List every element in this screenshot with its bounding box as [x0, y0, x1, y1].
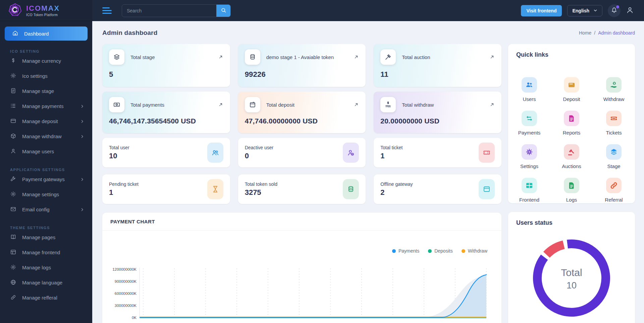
stat-value: 47,746.00000000 USD — [245, 117, 359, 125]
stat-card-available-token[interactable]: demo stage 1 - Avaiable token 99226 — [238, 44, 366, 87]
quick-link-deposit[interactable]: Deposit — [563, 77, 580, 102]
stat-card-total-stage[interactable]: Total stage 5 — [102, 44, 230, 87]
payment-chart-title: PAYMENT CHART — [102, 213, 501, 231]
sidebar-item-label: Manage users — [22, 149, 54, 154]
sidebar-item-manage-deposit[interactable]: Manage deposit — [0, 114, 92, 129]
gear-icon — [10, 72, 16, 80]
quick-link-label: Stage — [607, 163, 620, 169]
visit-frontend-button[interactable]: Visit frontend — [521, 5, 562, 16]
quick-link-label: Frontend — [519, 197, 539, 203]
brand-name: ICOMAX — [26, 4, 60, 13]
auction-icon — [380, 49, 396, 65]
users-icon — [207, 143, 223, 163]
file-icon — [10, 88, 16, 95]
sidebar-item-manage-logs[interactable]: Manage logs — [0, 260, 92, 275]
quick-link-label: Referral — [605, 197, 623, 203]
quick-link-settings[interactable]: Settings — [520, 144, 538, 169]
language-selected-value: English — [572, 8, 589, 13]
quick-link-label: Logs — [566, 197, 577, 203]
legend-item-withdraw[interactable]: Withdraw — [462, 248, 487, 254]
chevron-right-icon — [80, 119, 84, 123]
chart-legend: Payments Deposits Withdraw — [102, 248, 487, 254]
link-icon — [606, 178, 622, 193]
sidebar-item-manage-refferal[interactable]: Manage refferal — [0, 290, 92, 305]
sidebar-item-dashboard[interactable]: Dashboard — [5, 26, 88, 41]
legend-item-payments[interactable]: Payments — [392, 248, 419, 254]
legend-item-deposits[interactable]: Deposits — [428, 248, 452, 254]
gavel-icon — [564, 144, 579, 160]
stat-card-total-user[interactable]: Total user 10 — [102, 138, 230, 167]
stat-card-offline-gateway[interactable]: Offline gateway 2 — [374, 174, 501, 204]
sidebar-item-email-config[interactable]: Email config — [0, 202, 92, 217]
sidebar-item-manage-payments[interactable]: Manage payments — [0, 99, 92, 114]
breadcrumb-current: Admin dashboard — [598, 30, 635, 36]
stat-card-total-payments[interactable]: Total payments 46,746,147.35654500 USD — [102, 92, 230, 133]
user-icon — [10, 148, 16, 155]
sidebar-item-manage-frontend[interactable]: Manage frontend — [0, 245, 92, 260]
layers-icon — [606, 144, 622, 160]
sidebar-item-manage-stage[interactable]: Manage stage — [0, 84, 92, 99]
stat-card-total-token-sold[interactable]: Total token sold 3275 — [238, 174, 366, 204]
layers-icon — [109, 49, 124, 65]
search-input[interactable] — [122, 5, 216, 17]
quick-link-logs[interactable]: Logs — [564, 178, 579, 203]
gear-icon — [10, 191, 16, 198]
sidebar-item-manage-currency[interactable]: Manage currency — [0, 53, 92, 68]
sidebar-nav: Dashboard ICO SETTING Manage currency Ic… — [0, 26, 92, 305]
stat-card-total-withdraw[interactable]: Total withdraw 20.00000000 USD — [374, 92, 501, 133]
hand-dollar-icon: $ — [606, 77, 622, 93]
chevron-down-icon — [593, 8, 597, 13]
ticket-icon — [606, 111, 622, 126]
sidebar-item-manage-users[interactable]: Manage users — [0, 144, 92, 159]
sidebar-item-payment-gateways[interactable]: Payment gateways — [0, 172, 92, 187]
stat-value: 3275 — [245, 188, 277, 197]
mail-icon — [10, 206, 16, 213]
quick-link-auctions[interactable]: Auctions — [562, 144, 581, 169]
quick-link-tickets[interactable]: Tickets — [606, 111, 622, 136]
quick-link-stage[interactable]: Stage — [606, 144, 622, 169]
stat-label: Total ticket — [380, 145, 402, 150]
stat-value: 20.00000000 USD — [380, 117, 495, 125]
brand-tagline: ICO Token Platform — [26, 13, 60, 17]
swap-icon — [522, 111, 537, 126]
stat-card-deactive-user[interactable]: Deactive user 0 — [238, 138, 366, 167]
legend-dot-payments — [392, 249, 396, 253]
quick-link-label: Auctions — [562, 163, 581, 169]
arrow-up-right-icon — [489, 102, 495, 107]
sidebar-item-manage-pages[interactable]: Manage pages — [0, 230, 92, 245]
hand-dollar-icon — [380, 97, 396, 112]
breadcrumb-home-link[interactable]: Home — [579, 30, 591, 36]
quick-link-frontend[interactable]: Frontend — [519, 178, 539, 203]
stat-card-pending-ticket[interactable]: Pending ticket 1 — [102, 174, 230, 204]
sidebar-item-manage-withdraw[interactable]: Manage withdraw — [0, 129, 92, 144]
sidebar-item-manage-language[interactable]: Manage language — [0, 275, 92, 290]
icomax-hex-logo-icon — [8, 3, 22, 18]
gear-icon — [10, 264, 16, 271]
menu-icon[interactable] — [102, 7, 112, 14]
profile-button[interactable] — [626, 6, 634, 15]
stat-label: Total auction — [402, 54, 430, 60]
stat-card-total-deposit[interactable]: Total deposit 47,746.00000000 USD — [238, 92, 366, 133]
stat-card-total-ticket[interactable]: Total ticket 1 — [374, 138, 501, 167]
sidebar-item-label: Manage payments — [22, 103, 63, 109]
stat-label: Total token sold — [245, 181, 277, 187]
sidebar-item-ico-settings[interactable]: Ico settings — [0, 68, 92, 84]
quick-link-payments[interactable]: Payments — [518, 111, 541, 136]
stat-card-total-auction[interactable]: Total auction 11 — [374, 44, 501, 87]
quick-link-reports[interactable]: Reports — [563, 111, 581, 136]
quick-link-withdraw[interactable]: $ Withdraw — [603, 77, 625, 102]
grid-icon — [522, 178, 537, 193]
stat-value: 2 — [380, 188, 413, 197]
sidebar-item-label: Manage stage — [22, 88, 54, 94]
brand-logo[interactable]: ICOMAX ICO Token Platform — [0, 0, 92, 21]
search-button[interactable] — [216, 5, 230, 17]
language-select[interactable]: English — [567, 5, 602, 16]
sidebar-item-label: Manage withdraw — [22, 133, 62, 139]
quick-link-referral[interactable]: Referral — [605, 178, 623, 203]
legend-dot-withdraw — [462, 249, 465, 253]
stat-value: 10 — [109, 152, 129, 160]
ticket-icon — [479, 143, 495, 163]
notifications-button[interactable] — [608, 4, 621, 17]
sidebar-item-manage-settings[interactable]: Manage settings — [0, 187, 92, 202]
quick-link-users[interactable]: Users — [522, 77, 537, 102]
